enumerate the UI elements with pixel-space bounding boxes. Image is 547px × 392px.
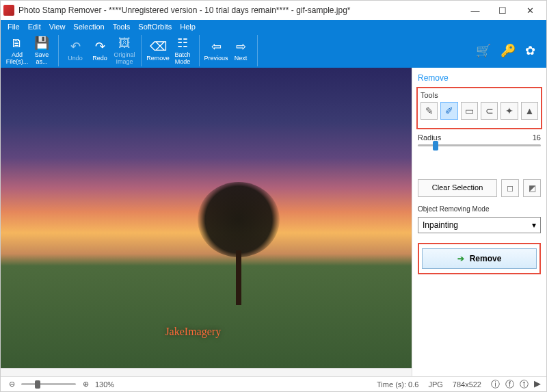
rectangle-tool[interactable]: ▭ — [461, 102, 478, 120]
work-area: JakeImagery Remove Tools ✎ ✐ ▭ ⊂ ✦ ▲ Rad… — [1, 68, 546, 376]
key-icon[interactable]: 🔑 — [501, 43, 516, 58]
previous-button[interactable]: ⇦Previous — [204, 35, 228, 66]
lasso-icon: ⊂ — [485, 105, 494, 116]
wand-icon: ✦ — [505, 105, 513, 116]
mode-select[interactable]: Inpainting ▾ — [418, 217, 541, 233]
zoom-in-button[interactable]: ⊕ — [80, 380, 91, 389]
marker-tool[interactable]: ✐ — [440, 102, 457, 120]
menu-softorbits[interactable]: SoftOrbits — [134, 21, 176, 32]
menu-tools[interactable]: Tools — [109, 21, 135, 32]
deselect-button[interactable]: ◻ — [501, 179, 519, 197]
previous-icon: ⇦ — [211, 40, 222, 55]
arrow-right-icon: ➔ — [457, 254, 464, 263]
tools-label: Tools — [421, 91, 538, 99]
zoom-out-button[interactable]: ⊖ — [6, 380, 17, 389]
facebook-icon[interactable]: ⓕ — [505, 378, 514, 391]
rectangle-icon: ▭ — [465, 105, 474, 116]
photo-preview: JakeImagery — [1, 68, 412, 368]
image-icon: 🖼 — [118, 36, 131, 51]
radius-value: 16 — [533, 133, 541, 142]
undo-button[interactable]: ↶Undo — [63, 35, 88, 66]
package-icon[interactable]: ✿ — [525, 43, 535, 58]
side-panel: Remove Tools ✎ ✐ ▭ ⊂ ✦ ▲ Radius 16 Clear… — [412, 68, 546, 376]
menu-selection[interactable]: Selection — [69, 21, 108, 32]
canvas-pane: JakeImagery — [1, 68, 412, 376]
stamp-icon: ▲ — [524, 105, 534, 116]
tools-highlight: Tools ✎ ✐ ▭ ⊂ ✦ ▲ — [416, 87, 542, 129]
panel-header: Remove — [418, 73, 541, 83]
add-files-button[interactable]: 🗎Add File(s)... — [5, 35, 29, 66]
cart-icon[interactable]: 🛒 — [476, 43, 491, 58]
image-canvas[interactable]: JakeImagery — [1, 68, 412, 368]
eraser-icon: ⌫ — [150, 40, 167, 55]
mode-label: Object Removing Mode — [418, 205, 541, 213]
remove-highlight: ➔ Remove — [418, 243, 541, 274]
save-as-button[interactable]: 💾Save as... — [29, 35, 54, 66]
invert-selection-button[interactable]: ◩ — [523, 179, 541, 197]
redo-button[interactable]: ↷Redo — [88, 35, 112, 66]
status-time: Time (s): 0.6 — [377, 380, 418, 389]
remove-toolbar-button[interactable]: ⌫Remove — [146, 35, 170, 66]
minimize-button[interactable]: — — [462, 1, 489, 20]
radius-label: Radius — [418, 133, 441, 142]
status-bar: ⊖ ⊕ 130% Time (s): 0.6 JPG 784x522 ⓘ ⓕ ⓣ… — [1, 376, 546, 391]
slider-thumb[interactable] — [433, 141, 438, 151]
pencil-icon: ✎ — [425, 105, 433, 116]
clear-selection-button[interactable]: Clear Selection — [418, 179, 497, 197]
twitter-icon[interactable]: ⓣ — [520, 378, 529, 391]
magic-wand-tool[interactable]: ✦ — [501, 102, 518, 120]
remove-button[interactable]: ➔ Remove — [422, 248, 537, 269]
youtube-icon[interactable]: ▶ — [534, 378, 541, 391]
chevron-down-icon: ▾ — [532, 220, 536, 230]
menu-help[interactable]: Help — [176, 21, 200, 32]
main-toolbar: 🗎Add File(s)... 💾Save as... ↶Undo ↷Redo … — [1, 34, 546, 68]
mode-value: Inpainting — [423, 220, 458, 230]
next-icon: ⇨ — [236, 40, 246, 55]
next-button[interactable]: ⇨Next — [228, 35, 253, 66]
zoom-value: 130% — [95, 380, 114, 389]
stamp-tool[interactable]: ▲ — [521, 102, 538, 120]
save-icon: 💾 — [34, 36, 49, 51]
maximize-button[interactable]: ☐ — [489, 1, 516, 20]
deselect-icon: ◻ — [507, 183, 513, 193]
undo-icon: ↶ — [70, 40, 81, 55]
marker-icon: ✐ — [445, 105, 453, 116]
menu-view[interactable]: View — [45, 21, 70, 32]
selection-tools: ✎ ✐ ▭ ⊂ ✦ ▲ — [421, 102, 538, 120]
horizontal-scrollbar[interactable] — [1, 368, 412, 376]
lasso-tool[interactable]: ⊂ — [481, 102, 498, 120]
menu-file[interactable]: File — [3, 21, 24, 32]
zoom-slider[interactable] — [21, 383, 76, 385]
radius-slider[interactable] — [418, 144, 541, 146]
info-icon[interactable]: ⓘ — [491, 378, 500, 391]
original-image-button[interactable]: 🖼Original Image — [112, 35, 137, 66]
invert-icon: ◩ — [529, 183, 536, 193]
menu-bar: File Edit View Selection Tools SoftOrbit… — [1, 20, 546, 34]
app-icon — [3, 5, 14, 16]
photo-watermark: JakeImagery — [165, 326, 221, 338]
title-bar: Photo Stamp Remover - ****Unregistered v… — [1, 1, 546, 20]
status-format: JPG — [428, 380, 442, 389]
close-button[interactable]: ✕ — [516, 1, 544, 20]
add-file-icon: 🗎 — [11, 36, 23, 51]
batch-mode-button[interactable]: ☷Batch Mode — [170, 35, 195, 66]
menu-edit[interactable]: Edit — [24, 21, 45, 32]
window-title: Photo Stamp Remover - ****Unregistered v… — [18, 5, 462, 15]
batch-icon: ☷ — [177, 36, 188, 51]
remove-button-label: Remove — [470, 254, 502, 263]
redo-icon: ↷ — [95, 40, 105, 55]
status-dimensions: 784x522 — [453, 380, 481, 389]
pencil-tool[interactable]: ✎ — [421, 102, 438, 120]
